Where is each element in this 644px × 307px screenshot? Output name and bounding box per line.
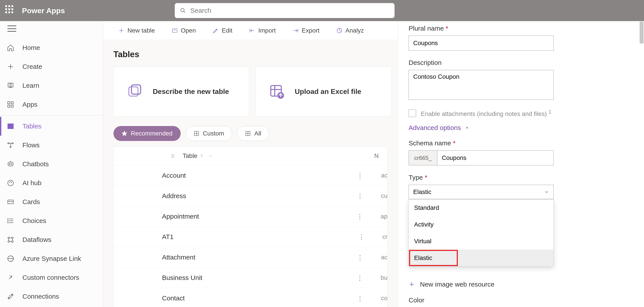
- type-option-activity[interactable]: Activity: [409, 216, 554, 233]
- sidebar-item-connectors[interactable]: Custom connectors: [0, 268, 103, 287]
- row-more-icon[interactable]: ⋮: [356, 213, 363, 220]
- pill-all[interactable]: All: [237, 126, 269, 141]
- new-table-chevron[interactable]: [160, 21, 167, 40]
- schema-name-input[interactable]: [437, 150, 554, 165]
- star-icon: [122, 131, 127, 136]
- type-option-standard[interactable]: Standard: [409, 199, 554, 216]
- sidebar-item-choices[interactable]: Choices: [0, 211, 103, 230]
- plus-icon: [408, 281, 415, 287]
- col-name[interactable]: N: [374, 152, 388, 159]
- sidebar-item-connections[interactable]: Connections: [0, 287, 103, 306]
- analyze-button[interactable]: Analyz: [332, 21, 369, 40]
- description-input[interactable]: [408, 70, 554, 100]
- app-title: Power Apps: [22, 6, 65, 15]
- open-button[interactable]: Open: [167, 21, 201, 40]
- table-row[interactable]: Address⋮cu: [114, 186, 388, 206]
- sidebar-item-retention[interactable]: Retention Policies: [0, 306, 103, 307]
- sidebar-item-learn[interactable]: Learn: [0, 76, 103, 95]
- upload-excel-card[interactable]: Upload an Excel file: [256, 67, 391, 116]
- export-chevron[interactable]: [324, 21, 332, 40]
- edit-chevron[interactable]: [237, 21, 244, 40]
- row-name2: cr: [382, 233, 388, 240]
- enable-attachments-checkbox[interactable]: Enable attachments (including notes and …: [408, 109, 634, 117]
- table-row[interactable]: Account⋮ac: [114, 165, 388, 186]
- plural-name-input[interactable]: [408, 36, 554, 51]
- svg-point-25: [8, 219, 8, 219]
- row-more-icon[interactable]: ⋮: [357, 253, 363, 261]
- type-dropdown: Standard Activity Virtual Elastic: [408, 199, 554, 266]
- table-row[interactable]: Contact⋮co: [114, 288, 388, 307]
- sidebar-item-flows[interactable]: Flows: [0, 136, 103, 155]
- svg-point-31: [12, 241, 13, 242]
- choices-icon: [6, 217, 14, 225]
- search-box[interactable]: [175, 3, 394, 18]
- panel-scrollbar[interactable]: [640, 22, 644, 44]
- col-table[interactable]: Table: [183, 152, 198, 159]
- edit-button[interactable]: Edit: [208, 21, 237, 40]
- new-table-button[interactable]: New table: [114, 21, 160, 40]
- table-row[interactable]: Attachment⋮ac: [114, 247, 388, 268]
- card-label: Describe the new table: [153, 88, 229, 96]
- pill-recommended[interactable]: Recommended: [114, 126, 181, 141]
- sidebar-item-cards[interactable]: Cards: [0, 192, 103, 211]
- schema-prefix: cr665_: [408, 150, 437, 165]
- sidebar-item-apps[interactable]: Apps: [0, 95, 103, 114]
- waffle-icon[interactable]: [5, 5, 16, 16]
- connectors-icon: [6, 273, 14, 281]
- search-input[interactable]: [190, 7, 389, 14]
- table-row[interactable]: AT1⋮cr: [114, 227, 388, 247]
- hamburger-icon[interactable]: [8, 26, 16, 32]
- sidebar-item-tables[interactable]: Tables: [0, 117, 103, 136]
- row-name: Address: [162, 192, 186, 200]
- svg-rect-8: [8, 124, 14, 129]
- row-more-icon[interactable]: ⋮: [357, 294, 363, 302]
- apps-icon: [6, 101, 14, 108]
- svg-line-1: [184, 11, 185, 13]
- row-name: Contact: [162, 294, 185, 302]
- sidebar-item-dataflows[interactable]: Dataflows: [0, 230, 103, 249]
- open-icon: [172, 28, 178, 34]
- sidebar-item-label: Connections: [22, 293, 59, 300]
- home-icon: [6, 44, 14, 52]
- sidebar-item-aihub[interactable]: AI hub: [0, 173, 103, 192]
- checkbox-box[interactable]: [408, 110, 416, 117]
- describe-table-card[interactable]: Describe the new table: [114, 67, 249, 116]
- row-more-icon[interactable]: ⋮: [357, 192, 363, 200]
- row-more-icon[interactable]: ⋮: [357, 172, 363, 179]
- import-chevron[interactable]: [281, 21, 288, 40]
- type-option-virtual[interactable]: Virtual: [409, 233, 554, 250]
- svg-point-16: [9, 164, 10, 164]
- type-select[interactable]: Elastic: [408, 185, 554, 199]
- row-more-icon[interactable]: ⋮: [358, 233, 365, 241]
- sidebar-item-synapse[interactable]: Azure Synapse Link: [0, 249, 103, 268]
- chatbot-icon: [6, 160, 14, 168]
- pill-label: Recommended: [131, 130, 172, 137]
- sidebar-item-label: Chatbots: [22, 160, 49, 168]
- type-option-elastic[interactable]: Elastic: [409, 250, 554, 266]
- sort-asc-icon[interactable]: [200, 154, 204, 158]
- sidebar-item-label: Custom connectors: [22, 274, 79, 281]
- svg-rect-15: [8, 162, 13, 166]
- row-name2: ap: [381, 213, 388, 220]
- sidebar-item-home[interactable]: Home: [0, 38, 103, 57]
- chevron-down-icon[interactable]: [208, 154, 213, 158]
- color-label: Color: [408, 296, 634, 304]
- sidebar-item-chatbots[interactable]: Chatbots: [0, 155, 103, 173]
- row-more-icon[interactable]: ⋮: [356, 274, 363, 282]
- analyze-label: Analyz: [346, 27, 364, 34]
- advanced-options-toggle[interactable]: Advanced options: [408, 124, 634, 132]
- chevron-up-icon: [465, 125, 470, 130]
- open-chevron[interactable]: [201, 21, 208, 40]
- table-row[interactable]: Business Unit⋮bu: [114, 268, 388, 288]
- svg-point-29: [12, 237, 13, 239]
- export-button[interactable]: Export: [288, 21, 324, 40]
- connections-icon: [6, 292, 14, 300]
- import-button[interactable]: Import: [244, 21, 280, 40]
- new-image-resource-button[interactable]: New image web resource: [408, 281, 634, 288]
- svg-rect-5: [11, 102, 14, 104]
- sidebar-item-create[interactable]: Create: [0, 57, 103, 76]
- ai-icon: [6, 179, 14, 187]
- pill-custom[interactable]: Custom: [186, 126, 232, 141]
- table-row[interactable]: Appointment⋮ap: [114, 206, 388, 227]
- upload-icon: [269, 84, 285, 99]
